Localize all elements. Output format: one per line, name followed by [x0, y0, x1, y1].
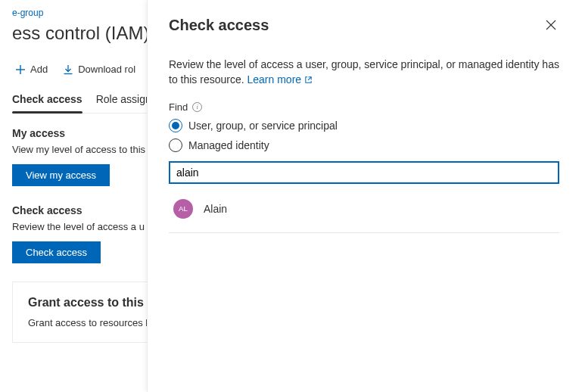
download-icon	[63, 64, 73, 75]
find-text: Find	[169, 101, 188, 113]
tab-role-assignments[interactable]: Role assign	[96, 89, 151, 113]
radio-managed-identity[interactable]: Managed identity	[169, 138, 559, 152]
external-link-icon	[304, 76, 313, 84]
radio-user-label: User, group, or service principal	[188, 120, 338, 132]
download-label: Download rol	[78, 64, 135, 75]
learn-more-link[interactable]: Learn more	[247, 72, 313, 87]
svg-line-6	[308, 77, 311, 80]
check-access-button[interactable]: Check access	[12, 241, 101, 263]
panel-desc-text: Review the level of access a user, group…	[169, 58, 559, 86]
panel-title: Check access	[169, 17, 269, 34]
radio-icon	[169, 138, 182, 152]
result-divider	[169, 232, 559, 233]
tab-check-access[interactable]: Check access	[12, 89, 82, 113]
find-label: Find i	[169, 101, 559, 113]
add-label: Add	[30, 64, 48, 75]
learn-more-label: Learn more	[247, 72, 302, 87]
check-access-panel: Check access Review the level of access …	[147, 0, 582, 392]
radio-user-group-sp[interactable]: User, group, or service principal	[169, 119, 559, 132]
plus-icon	[15, 64, 26, 75]
radio-managed-label: Managed identity	[188, 139, 269, 151]
result-item[interactable]: AL Alain	[169, 191, 559, 226]
find-input[interactable]	[169, 161, 559, 184]
close-button[interactable]	[543, 17, 559, 33]
result-name: Alain	[204, 203, 227, 215]
panel-desc: Review the level of access a user, group…	[169, 57, 559, 88]
radio-icon	[169, 119, 182, 132]
close-icon	[546, 20, 556, 30]
add-button[interactable]: Add	[15, 64, 48, 75]
info-icon[interactable]: i	[192, 102, 202, 112]
avatar: AL	[173, 199, 193, 219]
view-my-access-button[interactable]: View my access	[12, 164, 110, 186]
download-button[interactable]: Download rol	[63, 64, 135, 75]
